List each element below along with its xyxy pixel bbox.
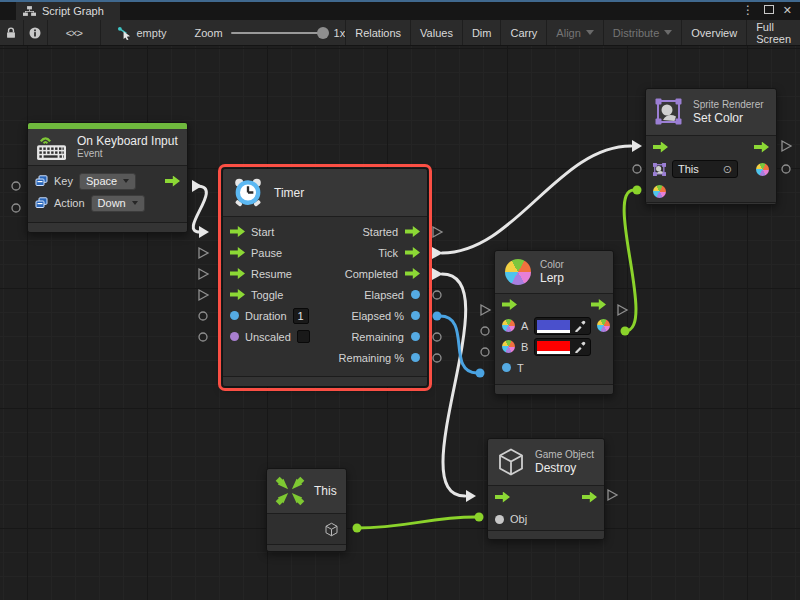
flow-out-arrow-icon[interactable] <box>405 268 420 279</box>
node-subtitle: Event <box>77 148 178 160</box>
port-label-obj: Obj <box>510 513 527 525</box>
port-keyboard-action-in[interactable] <box>12 204 20 212</box>
node-footer <box>28 222 187 232</box>
flow-in-arrow-icon[interactable] <box>230 268 245 279</box>
node-destroy[interactable]: Game Object Destroy Obj <box>487 438 605 540</box>
game-object-out-port-icon[interactable] <box>324 522 339 537</box>
sprite-port-icon[interactable] <box>653 163 666 176</box>
port-this-out[interactable] <box>353 524 362 533</box>
flow-out-arrow-icon[interactable] <box>405 226 420 237</box>
port-lerp-t-in[interactable] <box>476 369 485 378</box>
color-port-icon[interactable] <box>502 340 515 353</box>
value-port-icon[interactable] <box>230 332 239 341</box>
value-port-icon[interactable] <box>502 363 511 372</box>
duration-input[interactable]: 1 <box>293 308 309 324</box>
port-timer-unscaled-in[interactable] <box>199 333 207 341</box>
port-label-key: Key <box>54 175 73 187</box>
port-lerp-color-out[interactable] <box>621 327 630 336</box>
node-title: Lerp <box>540 271 564 285</box>
enum-icon <box>35 197 48 209</box>
flow-out-arrow-icon[interactable] <box>754 142 769 153</box>
port-destroy-obj-in[interactable] <box>475 513 484 522</box>
port-setcolor-color-in[interactable] <box>633 186 642 195</box>
keyboard-icon <box>36 133 68 161</box>
node-sprite-renderer-set-color[interactable]: Sprite Renderer Set Color This⊙ <box>645 88 777 205</box>
flow-in-arrow-icon[interactable] <box>230 226 245 237</box>
port-label-action: Action <box>54 197 85 209</box>
flow-in-arrow-icon[interactable] <box>230 247 245 258</box>
node-title: Set Color <box>693 111 764 125</box>
action-dropdown[interactable]: Down <box>91 195 145 212</box>
flow-out-arrow-icon[interactable] <box>405 247 420 258</box>
eyedropper-icon[interactable] <box>574 320 586 332</box>
color-a-swatch[interactable] <box>537 320 570 332</box>
port-lerp-a-in[interactable] <box>481 327 489 335</box>
node-on-keyboard-input[interactable]: On Keyboard Input Event Key Space Action… <box>27 122 188 233</box>
chevron-down-icon <box>132 201 138 205</box>
color-b-swatch[interactable] <box>537 341 570 353</box>
flow-in-arrow-icon[interactable] <box>495 492 510 503</box>
port-lerp-b-in[interactable] <box>481 348 489 356</box>
node-title: On Keyboard Input <box>77 134 178 148</box>
node-footer <box>267 544 346 551</box>
nodes-layer: On Keyboard Input Event Key Space Action… <box>0 0 800 600</box>
object-picker-icon[interactable]: ⊙ <box>723 163 732 176</box>
port-setcolor-value-out[interactable] <box>782 165 790 173</box>
key-dropdown[interactable]: Space <box>79 173 136 190</box>
flow-in-arrow-icon[interactable] <box>230 289 245 300</box>
color-wheel-icon <box>505 259 531 285</box>
color-port-icon[interactable] <box>756 163 769 176</box>
node-this[interactable]: This <box>266 468 347 552</box>
chevron-down-icon <box>123 179 129 183</box>
value-port-icon[interactable] <box>411 353 420 362</box>
port-setcolor-target-in[interactable] <box>633 165 641 173</box>
color-port-icon[interactable] <box>502 319 515 332</box>
sprite-renderer-icon <box>654 97 684 127</box>
node-footer <box>488 530 604 539</box>
port-keyboard-key-in[interactable] <box>12 182 20 190</box>
eyedropper-icon[interactable] <box>574 341 586 353</box>
value-port-icon[interactable] <box>411 311 420 320</box>
event-exit-arrow-icon[interactable] <box>165 176 180 187</box>
node-timer[interactable]: Timer Start Started Pause Tick Resume Co… <box>222 168 428 387</box>
node-category: Color <box>540 259 564 271</box>
game-object-icon <box>496 447 526 477</box>
node-color-lerp[interactable]: Color Lerp A B T <box>494 250 614 395</box>
color-in-port-icon[interactable] <box>653 185 666 198</box>
node-category: Game Object <box>535 449 594 461</box>
value-port-icon[interactable] <box>495 515 504 524</box>
color-port-icon[interactable] <box>597 319 610 332</box>
port-timer-elapsed-percent-out[interactable] <box>433 312 442 321</box>
unscaled-checkbox[interactable] <box>297 330 310 343</box>
target-field[interactable]: This⊙ <box>672 160 738 178</box>
node-title: Destroy <box>535 461 594 475</box>
port-timer-remaining-out[interactable] <box>433 333 441 341</box>
value-port-icon[interactable] <box>411 290 420 299</box>
value-port-icon[interactable] <box>411 332 420 341</box>
color-b-field[interactable] <box>534 338 591 356</box>
flow-in-arrow-icon[interactable] <box>502 299 517 310</box>
flow-out-arrow-icon[interactable] <box>582 492 597 503</box>
flow-in-arrow-icon[interactable] <box>653 142 668 153</box>
port-timer-duration-in[interactable] <box>199 312 207 320</box>
port-timer-remaining-percent-out[interactable] <box>433 354 441 362</box>
timer-icon <box>231 176 265 209</box>
node-category: Sprite Renderer <box>693 99 764 111</box>
color-a-field[interactable] <box>534 317 591 335</box>
script-graph-window: Script Graph ⋮ ✕ <×> empty Zoom 1x Relat… <box>0 0 800 600</box>
node-title: Timer <box>274 186 304 200</box>
node-footer <box>223 376 427 386</box>
value-port-icon[interactable] <box>230 311 239 320</box>
this-icon <box>275 476 305 506</box>
node-footer <box>646 202 776 204</box>
node-title: This <box>314 484 337 498</box>
node-footer <box>495 384 613 394</box>
enum-icon <box>35 175 48 187</box>
flow-out-arrow-icon[interactable] <box>591 299 606 310</box>
port-timer-elapsed-out[interactable] <box>433 291 441 299</box>
